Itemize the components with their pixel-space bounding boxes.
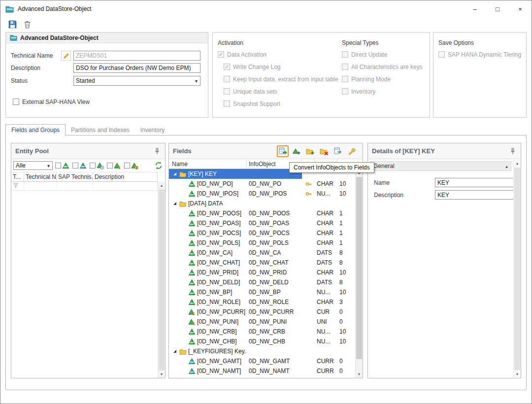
scroll-thumb[interactable] xyxy=(514,168,520,370)
scroll-down-icon[interactable] xyxy=(514,370,521,378)
checkbox[interactable] xyxy=(224,101,230,107)
external-hana-view-checkbox[interactable] xyxy=(13,99,19,105)
detail-description-input[interactable] xyxy=(435,190,514,200)
delete-button[interactable] xyxy=(23,20,32,29)
expand-collapse-icon[interactable] xyxy=(172,349,178,353)
checkbox-label: Keep Input data, extract from input tabl… xyxy=(233,76,338,83)
field-row[interactable]: $[0D_NW_PUNI]0D_NW_PUNIUNI0 xyxy=(169,317,355,327)
refresh-icon[interactable] xyxy=(154,161,163,170)
entity-pool-filter-row[interactable] xyxy=(11,182,158,191)
checkbox[interactable] xyxy=(224,64,230,70)
field-row[interactable]: [0D_NW_PO]0D_NW_POCHAR10 xyxy=(169,179,355,189)
tab-partitions-and-indexes[interactable]: Partitions and Indexes xyxy=(66,124,135,135)
expand-collapse-icon[interactable] xyxy=(172,172,178,176)
pin-icon[interactable] xyxy=(509,147,517,155)
field-row[interactable]: [0D_NW_POCS]0D_NW_POCSCHAR1 xyxy=(169,228,355,238)
add-field-button[interactable] xyxy=(292,146,301,156)
filter-key-figures-checkbox[interactable] xyxy=(72,163,78,168)
field-row[interactable]: $[0D_NW_PCURR]0D_NW_PCURRCUR0 xyxy=(169,307,355,317)
length-cell xyxy=(337,346,353,356)
field-row[interactable]: [0D_NW_POOS]0D_NW_POOSCHAR1 xyxy=(169,208,355,218)
tab-fields-and-groups[interactable]: Fields and Groups xyxy=(5,124,66,135)
checkbox[interactable] xyxy=(342,76,348,82)
field-group-row[interactable]: [_KEYFIGURES] Key... xyxy=(169,346,355,356)
field-name: [0D_NW_PUNI] xyxy=(197,318,238,325)
key-cell xyxy=(302,258,315,268)
expand-collapse-icon[interactable] xyxy=(172,202,178,205)
maximize-button[interactable]: □ xyxy=(486,0,509,17)
entity-pool-scrollbar[interactable] xyxy=(158,182,165,378)
entity-filter-dropdown[interactable]: Alle xyxy=(13,161,53,170)
checkbox[interactable] xyxy=(342,64,348,70)
field-row[interactable]: [0D_NW_CHAT]0D_NW_CHATDATS8 xyxy=(169,258,355,268)
column-header[interactable]: SAP Technis... xyxy=(57,172,93,181)
move-to-group-button[interactable] xyxy=(333,146,343,156)
column-header[interactable]: Technical N... xyxy=(24,172,57,181)
close-button[interactable]: × xyxy=(509,0,532,17)
column-header[interactable]: Description xyxy=(93,172,158,181)
name-cell: [0D_NW_ROLE] xyxy=(169,297,247,307)
minimize-button[interactable]: – xyxy=(464,0,486,17)
field-row[interactable]: [0D_NW_CRB]0D_NW_CRBNU...10 xyxy=(169,327,355,337)
fields-scrollbar[interactable] xyxy=(355,169,363,378)
detail-name-input[interactable] xyxy=(435,178,514,187)
field-group-row[interactable]: [DATA] DATA xyxy=(169,199,355,208)
save-button[interactable] xyxy=(8,20,17,29)
field-row[interactable]: [0D_NW_PRID]0D_NW_PRIDCHAR10 xyxy=(169,268,355,277)
checkbox[interactable] xyxy=(342,51,348,58)
field-row[interactable]: [0D_NW_DELD]0D_NW_DELDDATS8 xyxy=(169,277,355,287)
name-cell: [0D_NW_BP] xyxy=(169,287,247,297)
scroll-up-icon[interactable] xyxy=(158,182,165,189)
technical-name-input[interactable] xyxy=(73,51,200,61)
field-row[interactable]: [0D_NW_CHB]0D_NW_CHBNU...10 xyxy=(169,337,355,346)
infoobject-cell: 0D_NW_ROLE xyxy=(247,297,302,307)
status-dropdown[interactable]: Started xyxy=(73,76,200,86)
description-input[interactable] xyxy=(73,63,200,73)
checkbox[interactable] xyxy=(224,76,230,82)
scroll-thumb[interactable] xyxy=(356,177,362,359)
column-header-name[interactable]: Name xyxy=(169,159,247,168)
field-row[interactable]: [0D_NW_IPOS]0D_NW_IPOSNU...10 xyxy=(169,189,355,199)
convert-infoobjects-to-fields-button[interactable] xyxy=(278,146,288,156)
remove-field-button[interactable] xyxy=(319,146,329,156)
checkbox[interactable] xyxy=(218,51,224,58)
field-row[interactable]: [0D_NW_NAMT]0D_NW_NAMTCURR0 xyxy=(169,366,355,376)
key-cell xyxy=(302,356,315,366)
pin-icon[interactable] xyxy=(153,147,161,155)
name-cell: [0D_NW_POOS] xyxy=(169,208,247,218)
checkbox[interactable] xyxy=(438,51,445,58)
scroll-down-icon[interactable] xyxy=(356,370,363,378)
add-group-button[interactable] xyxy=(305,146,315,156)
general-section-header[interactable]: General xyxy=(370,161,511,171)
checkbox[interactable] xyxy=(224,88,230,95)
scroll-down-icon[interactable] xyxy=(158,370,165,378)
datatype-cell: UNI xyxy=(315,317,337,327)
filter-units-checkbox[interactable] xyxy=(107,163,113,168)
checkbox[interactable] xyxy=(342,88,348,95)
datatype-cell: CHAR xyxy=(315,268,337,277)
activation-title: Activation xyxy=(218,39,339,46)
scroll-thumb[interactable] xyxy=(159,190,165,370)
tab-inventory[interactable]: Inventory xyxy=(135,124,170,135)
datatype-cell: DATS xyxy=(315,258,337,268)
field-row[interactable]: [0D_NW_POLS]0D_NW_POLSCHAR1 xyxy=(169,238,355,248)
edit-properties-button[interactable] xyxy=(347,146,357,156)
scroll-up-icon[interactable] xyxy=(514,160,521,167)
field-name: [0D_NW_POLS] xyxy=(197,239,240,246)
column-header[interactable]: T... xyxy=(11,172,24,181)
filter-key-figures xyxy=(72,162,87,169)
filter-characteristics-checkbox[interactable] xyxy=(55,163,61,168)
field-row[interactable]: [0D_NW_ROLE]0D_NW_ROLECHAR3 xyxy=(169,297,355,307)
filter-currencies-checkbox[interactable] xyxy=(124,163,130,168)
field-row[interactable]: [0D_NW_GAMT]0D_NW_GAMTCURR0 xyxy=(169,356,355,366)
field-row[interactable]: [0D_NW_POAS]0D_NW_POASCHAR1 xyxy=(169,218,355,228)
filter-time-characteristics-checkbox[interactable] xyxy=(90,163,96,168)
key-cell xyxy=(302,208,315,218)
checkbox-row: Unique data sets xyxy=(224,88,339,95)
save-options-column: Save Options SAP HANA Dynamic Tiering xyxy=(438,39,525,64)
field-row[interactable]: [0D_NW_BP]0D_NW_BPNU...10 xyxy=(169,287,355,297)
details-scrollbar[interactable] xyxy=(513,160,521,378)
checkbox-row: Planning Mode xyxy=(342,76,429,82)
field-row[interactable]: [0D_NW_CA]0D_NW_CADATS8 xyxy=(169,248,355,258)
edit-technical-name-button[interactable] xyxy=(61,51,71,61)
